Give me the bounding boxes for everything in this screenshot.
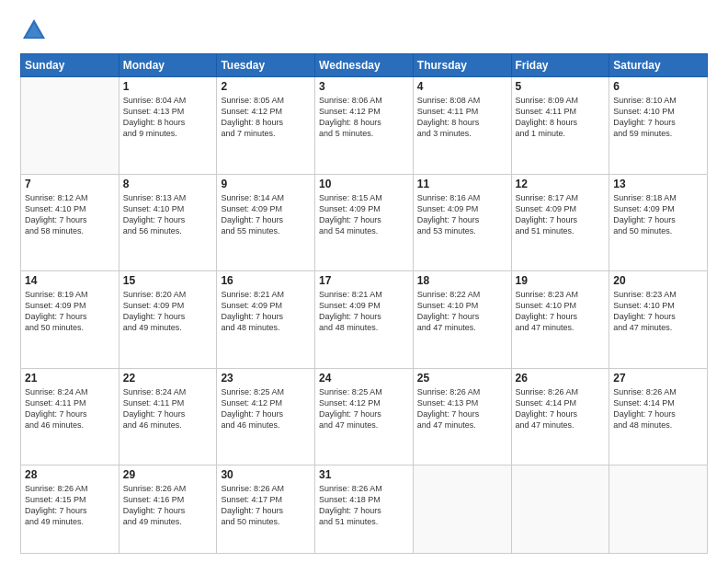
header bbox=[20, 17, 708, 44]
day-number: 19 bbox=[516, 274, 606, 287]
calendar-cell: 22Sunrise: 8:24 AMSunset: 4:11 PMDayligh… bbox=[119, 368, 217, 465]
calendar-cell bbox=[511, 465, 609, 554]
calendar-header-row: SundayMondayTuesdayWednesdayThursdayFrid… bbox=[21, 54, 708, 77]
day-info: Sunrise: 8:20 AMSunset: 4:09 PMDaylight:… bbox=[123, 289, 213, 334]
day-info: Sunrise: 8:26 AMSunset: 4:16 PMDaylight:… bbox=[123, 483, 213, 528]
day-number: 9 bbox=[221, 178, 311, 190]
calendar-cell: 23Sunrise: 8:25 AMSunset: 4:12 PMDayligh… bbox=[217, 368, 315, 465]
day-info: Sunrise: 8:19 AMSunset: 4:09 PMDaylight:… bbox=[25, 289, 115, 334]
calendar-cell: 11Sunrise: 8:16 AMSunset: 4:09 PMDayligh… bbox=[413, 174, 511, 271]
calendar-cell: 29Sunrise: 8:26 AMSunset: 4:16 PMDayligh… bbox=[119, 465, 217, 554]
calendar-week-1: 1Sunrise: 8:04 AMSunset: 4:13 PMDaylight… bbox=[21, 77, 708, 175]
day-number: 5 bbox=[516, 80, 606, 93]
calendar-cell: 30Sunrise: 8:26 AMSunset: 4:17 PMDayligh… bbox=[217, 465, 315, 554]
calendar-header-friday: Friday bbox=[511, 54, 609, 77]
logo-icon bbox=[20, 17, 48, 44]
day-info: Sunrise: 8:26 AMSunset: 4:18 PMDaylight:… bbox=[319, 483, 409, 528]
day-number: 7 bbox=[25, 178, 115, 190]
calendar-cell: 27Sunrise: 8:26 AMSunset: 4:14 PMDayligh… bbox=[609, 368, 708, 465]
calendar-cell: 10Sunrise: 8:15 AMSunset: 4:09 PMDayligh… bbox=[315, 174, 414, 271]
calendar-cell: 5Sunrise: 8:09 AMSunset: 4:11 PMDaylight… bbox=[511, 77, 609, 175]
calendar-cell: 20Sunrise: 8:23 AMSunset: 4:10 PMDayligh… bbox=[609, 271, 708, 369]
day-info: Sunrise: 8:26 AMSunset: 4:14 PMDaylight:… bbox=[516, 386, 606, 431]
day-info: Sunrise: 8:17 AMSunset: 4:09 PMDaylight:… bbox=[516, 192, 606, 237]
day-info: Sunrise: 8:26 AMSunset: 4:15 PMDaylight:… bbox=[25, 483, 115, 528]
calendar-cell: 14Sunrise: 8:19 AMSunset: 4:09 PMDayligh… bbox=[21, 271, 119, 369]
day-info: Sunrise: 8:25 AMSunset: 4:12 PMDaylight:… bbox=[319, 386, 409, 431]
day-number: 26 bbox=[516, 372, 606, 385]
day-info: Sunrise: 8:22 AMSunset: 4:10 PMDaylight:… bbox=[417, 289, 507, 334]
calendar-header-sunday: Sunday bbox=[21, 54, 119, 77]
day-info: Sunrise: 8:08 AMSunset: 4:11 PMDaylight:… bbox=[417, 95, 507, 140]
day-number: 2 bbox=[221, 80, 311, 93]
calendar-cell: 24Sunrise: 8:25 AMSunset: 4:12 PMDayligh… bbox=[315, 368, 414, 465]
day-number: 28 bbox=[25, 468, 115, 481]
calendar-cell: 21Sunrise: 8:24 AMSunset: 4:11 PMDayligh… bbox=[21, 368, 119, 465]
day-number: 12 bbox=[516, 178, 606, 190]
calendar-cell: 8Sunrise: 8:13 AMSunset: 4:10 PMDaylight… bbox=[119, 174, 217, 271]
calendar-cell: 26Sunrise: 8:26 AMSunset: 4:14 PMDayligh… bbox=[511, 368, 609, 465]
day-number: 14 bbox=[25, 274, 115, 287]
day-number: 30 bbox=[221, 468, 311, 481]
calendar: SundayMondayTuesdayWednesdayThursdayFrid… bbox=[20, 53, 708, 554]
day-number: 27 bbox=[613, 372, 703, 385]
day-number: 1 bbox=[123, 80, 213, 93]
day-number: 10 bbox=[319, 178, 409, 190]
calendar-week-3: 14Sunrise: 8:19 AMSunset: 4:09 PMDayligh… bbox=[21, 271, 708, 369]
day-number: 8 bbox=[123, 178, 213, 190]
calendar-cell: 15Sunrise: 8:20 AMSunset: 4:09 PMDayligh… bbox=[119, 271, 217, 369]
day-info: Sunrise: 8:13 AMSunset: 4:10 PMDaylight:… bbox=[123, 192, 213, 237]
day-number: 15 bbox=[123, 274, 213, 287]
calendar-cell: 25Sunrise: 8:26 AMSunset: 4:13 PMDayligh… bbox=[413, 368, 511, 465]
day-number: 16 bbox=[221, 274, 311, 287]
calendar-cell bbox=[21, 77, 119, 175]
calendar-week-2: 7Sunrise: 8:12 AMSunset: 4:10 PMDaylight… bbox=[21, 174, 708, 271]
day-number: 24 bbox=[319, 372, 409, 385]
calendar-cell: 16Sunrise: 8:21 AMSunset: 4:09 PMDayligh… bbox=[217, 271, 315, 369]
day-info: Sunrise: 8:04 AMSunset: 4:13 PMDaylight:… bbox=[123, 95, 213, 140]
day-number: 31 bbox=[319, 468, 409, 481]
day-info: Sunrise: 8:26 AMSunset: 4:17 PMDaylight:… bbox=[221, 483, 311, 528]
calendar-cell: 3Sunrise: 8:06 AMSunset: 4:12 PMDaylight… bbox=[315, 77, 414, 175]
calendar-cell: 7Sunrise: 8:12 AMSunset: 4:10 PMDaylight… bbox=[21, 174, 119, 271]
calendar-cell: 19Sunrise: 8:23 AMSunset: 4:10 PMDayligh… bbox=[511, 271, 609, 369]
calendar-cell bbox=[413, 465, 511, 554]
day-number: 3 bbox=[319, 80, 409, 93]
day-number: 13 bbox=[613, 178, 703, 190]
day-info: Sunrise: 8:12 AMSunset: 4:10 PMDaylight:… bbox=[25, 192, 115, 237]
day-number: 29 bbox=[123, 468, 213, 481]
day-info: Sunrise: 8:25 AMSunset: 4:12 PMDaylight:… bbox=[221, 386, 311, 431]
calendar-cell: 6Sunrise: 8:10 AMSunset: 4:10 PMDaylight… bbox=[609, 77, 708, 175]
day-info: Sunrise: 8:26 AMSunset: 4:14 PMDaylight:… bbox=[613, 386, 703, 431]
day-info: Sunrise: 8:23 AMSunset: 4:10 PMDaylight:… bbox=[516, 289, 606, 334]
day-info: Sunrise: 8:09 AMSunset: 4:11 PMDaylight:… bbox=[516, 95, 606, 140]
calendar-header-tuesday: Tuesday bbox=[217, 54, 315, 77]
calendar-header-thursday: Thursday bbox=[413, 54, 511, 77]
day-info: Sunrise: 8:06 AMSunset: 4:12 PMDaylight:… bbox=[319, 95, 409, 140]
calendar-cell: 28Sunrise: 8:26 AMSunset: 4:15 PMDayligh… bbox=[21, 465, 119, 554]
day-info: Sunrise: 8:05 AMSunset: 4:12 PMDaylight:… bbox=[221, 95, 311, 140]
logo bbox=[20, 17, 53, 44]
calendar-cell: 31Sunrise: 8:26 AMSunset: 4:18 PMDayligh… bbox=[315, 465, 414, 554]
day-number: 23 bbox=[221, 372, 311, 385]
calendar-header-saturday: Saturday bbox=[609, 54, 708, 77]
calendar-cell: 12Sunrise: 8:17 AMSunset: 4:09 PMDayligh… bbox=[511, 174, 609, 271]
day-number: 6 bbox=[613, 80, 703, 93]
day-number: 21 bbox=[25, 372, 115, 385]
day-info: Sunrise: 8:24 AMSunset: 4:11 PMDaylight:… bbox=[123, 386, 213, 431]
calendar-cell: 1Sunrise: 8:04 AMSunset: 4:13 PMDaylight… bbox=[119, 77, 217, 175]
calendar-cell bbox=[609, 465, 708, 554]
day-number: 18 bbox=[417, 274, 507, 287]
day-info: Sunrise: 8:15 AMSunset: 4:09 PMDaylight:… bbox=[319, 192, 409, 237]
calendar-header-wednesday: Wednesday bbox=[315, 54, 414, 77]
calendar-cell: 17Sunrise: 8:21 AMSunset: 4:09 PMDayligh… bbox=[315, 271, 414, 369]
day-info: Sunrise: 8:16 AMSunset: 4:09 PMDaylight:… bbox=[417, 192, 507, 237]
day-number: 11 bbox=[417, 178, 507, 190]
day-number: 25 bbox=[417, 372, 507, 385]
day-info: Sunrise: 8:24 AMSunset: 4:11 PMDaylight:… bbox=[25, 386, 115, 431]
page: SundayMondayTuesdayWednesdayThursdayFrid… bbox=[0, 0, 728, 563]
calendar-cell: 2Sunrise: 8:05 AMSunset: 4:12 PMDaylight… bbox=[217, 77, 315, 175]
day-info: Sunrise: 8:21 AMSunset: 4:09 PMDaylight:… bbox=[221, 289, 311, 334]
day-info: Sunrise: 8:21 AMSunset: 4:09 PMDaylight:… bbox=[319, 289, 409, 334]
calendar-cell: 4Sunrise: 8:08 AMSunset: 4:11 PMDaylight… bbox=[413, 77, 511, 175]
